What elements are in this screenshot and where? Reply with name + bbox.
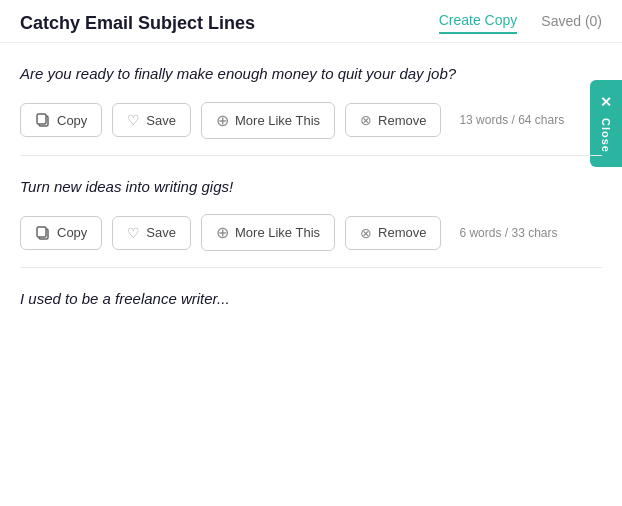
result-text-3: I used to be a freelance writer... bbox=[20, 288, 602, 311]
plus-icon-2: ⊕ bbox=[216, 223, 229, 242]
result-text-2: Turn new ideas into writing gigs! bbox=[20, 176, 602, 199]
header: Catchy Email Subject Lines Create Copy S… bbox=[0, 0, 622, 43]
page-title: Catchy Email Subject Lines bbox=[20, 13, 255, 34]
actions-row-1: Copy ♡ Save ⊕ More Like This ⊗ Remove 13… bbox=[20, 102, 602, 139]
heart-icon-2: ♡ bbox=[127, 225, 140, 241]
result-card-3: I used to be a freelance writer... bbox=[20, 268, 602, 343]
svg-rect-1 bbox=[37, 114, 46, 124]
copy-icon-2 bbox=[35, 225, 51, 241]
content-area: Are you ready to finally make enough mon… bbox=[0, 43, 622, 343]
heart-icon-1: ♡ bbox=[127, 112, 140, 128]
tab-saved[interactable]: Saved (0) bbox=[541, 13, 602, 33]
word-count-2: 6 words / 33 chars bbox=[459, 226, 557, 240]
remove-button-2[interactable]: ⊗ Remove bbox=[345, 216, 441, 250]
remove-icon-1: ⊗ bbox=[360, 112, 372, 128]
copy-button-2[interactable]: Copy bbox=[20, 216, 102, 250]
header-tabs: Create Copy Saved (0) bbox=[439, 12, 602, 34]
remove-icon-2: ⊗ bbox=[360, 225, 372, 241]
remove-button-1[interactable]: ⊗ Remove bbox=[345, 103, 441, 137]
actions-row-2: Copy ♡ Save ⊕ More Like This ⊗ Remove 6 … bbox=[20, 214, 602, 251]
word-count-1: 13 words / 64 chars bbox=[459, 113, 564, 127]
more-like-button-2[interactable]: ⊕ More Like This bbox=[201, 214, 335, 251]
plus-icon-1: ⊕ bbox=[216, 111, 229, 130]
tab-create-copy[interactable]: Create Copy bbox=[439, 12, 518, 34]
result-card-1: Are you ready to finally make enough mon… bbox=[20, 43, 602, 156]
save-button-1[interactable]: ♡ Save bbox=[112, 103, 191, 137]
result-card-2: Turn new ideas into writing gigs! Copy ♡… bbox=[20, 156, 602, 269]
copy-icon-1 bbox=[35, 112, 51, 128]
more-like-button-1[interactable]: ⊕ More Like This bbox=[201, 102, 335, 139]
svg-rect-3 bbox=[37, 227, 46, 237]
result-text-1: Are you ready to finally make enough mon… bbox=[20, 63, 602, 86]
copy-button-1[interactable]: Copy bbox=[20, 103, 102, 137]
save-button-2[interactable]: ♡ Save bbox=[112, 216, 191, 250]
